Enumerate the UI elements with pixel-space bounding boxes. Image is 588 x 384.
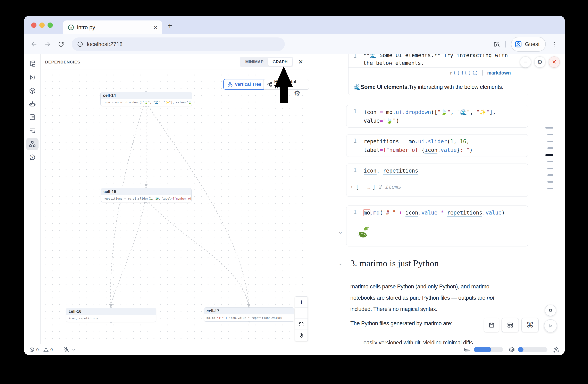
variables-icon[interactable]: [26, 71, 39, 83]
toolbar-separator: [505, 41, 506, 47]
output-collapse-chevron-icon[interactable]: ⌄: [338, 228, 343, 235]
code-editor[interactable]: icon = mo.ui.dropdown(["🍃", "🌊", "✨"],va…: [364, 108, 525, 125]
fit-view-icon[interactable]: [295, 319, 308, 330]
warnings-icon[interactable]: [43, 347, 49, 352]
markdown-output: 🌊 Some UI elements. Try interacting with…: [354, 78, 524, 96]
file-tree-icon[interactable]: [26, 58, 39, 70]
tab-close-icon[interactable]: ✕: [153, 24, 158, 31]
outline-search-icon[interactable]: [26, 124, 39, 137]
gutter-divider: [360, 208, 360, 218]
minimap-bar[interactable]: [547, 147, 553, 149]
site-info-icon[interactable]: [77, 41, 83, 47]
forward-icon[interactable]: [44, 41, 51, 47]
back-icon[interactable]: [31, 41, 37, 47]
guest-avatar-icon: [515, 40, 522, 48]
section-collapse-chevron-icon[interactable]: ⌄: [338, 260, 343, 267]
graph-node-cell-14[interactable]: cell-14 icon = mo.ui.dropdown(["🍃", "🌊",…: [100, 92, 192, 106]
ellipsis: …: [367, 184, 370, 190]
cpu-meter-fill: [518, 347, 524, 352]
node-code: repetitions = mo.ui.slider(1, 16, label=…: [101, 195, 191, 202]
graph-node-cell-15[interactable]: cell-15 repetitions = mo.ui.slider(1, 16…: [101, 188, 191, 202]
info-icon[interactable]: [472, 70, 478, 76]
minimap-bar[interactable]: [547, 161, 553, 162]
scratchpad-icon[interactable]: [26, 111, 39, 123]
keyboard-shortcuts-button[interactable]: ⌘: [521, 318, 539, 332]
node-code: icon, repetitions: [66, 315, 156, 322]
marimo-logo-icon: m: [68, 24, 74, 31]
macos-close-button[interactable]: [31, 22, 37, 28]
zoom-out-icon[interactable]: −: [295, 308, 308, 319]
svg-text:m: m: [70, 26, 72, 29]
ai-sparkles-icon[interactable]: [553, 346, 560, 353]
minimap-bar[interactable]: [547, 134, 553, 135]
code-editor[interactable]: repetitions = mo.ui.slider(1, 16,label=f…: [364, 137, 525, 154]
gutter-divider: [360, 137, 360, 154]
line-number: 1: [346, 138, 357, 144]
zoom-in-icon[interactable]: +: [295, 297, 308, 308]
bracket-close: ]: [372, 184, 376, 190]
gutter-divider: [360, 166, 360, 176]
minimap-bar[interactable]: [547, 188, 553, 189]
language-badge[interactable]: markdown: [487, 70, 511, 76]
cell-menu-button[interactable]: [520, 57, 531, 68]
url-text: localhost:2718: [87, 41, 123, 47]
vertical-tree-button[interactable]: Vertical Tree: [223, 79, 266, 90]
cell-close-button[interactable]: ✕: [549, 57, 560, 68]
minimap-bar-active[interactable]: [546, 154, 553, 156]
toggle-checkbox[interactable]: [465, 71, 470, 75]
url-bar[interactable]: localhost:2718: [72, 38, 285, 51]
graph-canvas[interactable]: Vertical Tree Horizontal Tree ⚙ cell-14 …: [41, 70, 309, 344]
node-title: cell-14: [101, 92, 192, 99]
toggle-checkbox[interactable]: [454, 71, 459, 75]
minimap-bar[interactable]: [547, 181, 553, 183]
tab-minimap[interactable]: MINIMAP: [241, 58, 268, 66]
chevron-down-icon[interactable]: [71, 347, 76, 352]
reload-icon[interactable]: [58, 41, 64, 47]
markdown-source[interactable]: **🌊 Some UI elements.** Try interacting …: [363, 54, 524, 67]
minimap-bar[interactable]: [547, 174, 553, 176]
warnings-count: 0: [50, 347, 53, 352]
profile-button[interactable]: Guest: [511, 37, 546, 52]
graph-node-cell-16[interactable]: cell-16 icon, repetitions: [66, 308, 156, 322]
expand-chevron-icon[interactable]: ›: [351, 184, 353, 189]
layout-button[interactable]: [502, 318, 519, 332]
node-code: mo.md("# " + icon.value * repetitions.va…: [204, 314, 294, 321]
markdown-cell[interactable]: 1 **🌊 Some UI elements.** Try interactin…: [348, 54, 528, 95]
save-button[interactable]: [484, 318, 499, 332]
annotation-arrow: [270, 65, 297, 104]
tab-search-icon[interactable]: [493, 41, 500, 47]
browser-menu-icon[interactable]: [551, 41, 557, 47]
memory-icon: [464, 346, 471, 353]
code-editor[interactable]: mo.md("# " + icon.value * repetitions.va…: [364, 208, 525, 217]
run-button[interactable]: [544, 319, 557, 332]
code-cell-md-output[interactable]: 1 mo.md("# " + icon.value * repetitions.…: [346, 206, 528, 247]
macos-minimize-button[interactable]: [39, 22, 45, 28]
tab-graph[interactable]: GRAPH: [268, 58, 292, 66]
minimap-bar[interactable]: [547, 141, 553, 142]
code-cell-slider[interactable]: 1 repetitions = mo.ui.slider(1, 16,label…: [346, 134, 528, 157]
dependency-graph-icon[interactable]: [26, 138, 39, 150]
interrupt-button[interactable]: [545, 305, 556, 316]
code-cell-dropdown[interactable]: 1 icon = mo.ui.dropdown(["🍃", "🌊", "✨"],…: [346, 105, 528, 128]
ai-assistant-icon[interactable]: [26, 98, 39, 110]
panel-close-icon[interactable]: ✕: [298, 59, 303, 65]
copilot-disabled-icon[interactable]: [63, 346, 69, 353]
new-tab-button[interactable]: +: [168, 21, 172, 30]
errors-icon[interactable]: [29, 347, 35, 352]
line-number: 1: [353, 54, 357, 59]
cell-settings-gear-button[interactable]: ⚙: [534, 57, 546, 68]
code-editor[interactable]: icon, repetitions: [364, 166, 525, 175]
macos-zoom-button[interactable]: [47, 22, 53, 28]
guest-label: Guest: [525, 41, 540, 47]
help-icon[interactable]: ?: [26, 151, 39, 164]
minimap-bar[interactable]: [546, 127, 553, 129]
browser-tab[interactable]: m intro.py ✕: [63, 20, 162, 34]
tuple-output[interactable]: › [ … ] 2 Items: [346, 177, 528, 196]
left-icon-rail: ?: [24, 54, 41, 344]
graph-node-cell-17[interactable]: cell-17 mo.md("# " + icon.value * repeti…: [204, 307, 294, 322]
packages-icon[interactable]: [26, 85, 39, 97]
dependencies-header: DEPENDENCIES MINIMAP GRAPH ✕: [41, 54, 309, 70]
locate-pin-icon[interactable]: [295, 330, 308, 341]
code-cell-tuple[interactable]: 1 icon, repetitions › [ … ] 2 Items: [346, 164, 528, 197]
minimap-bar[interactable]: [547, 168, 553, 169]
